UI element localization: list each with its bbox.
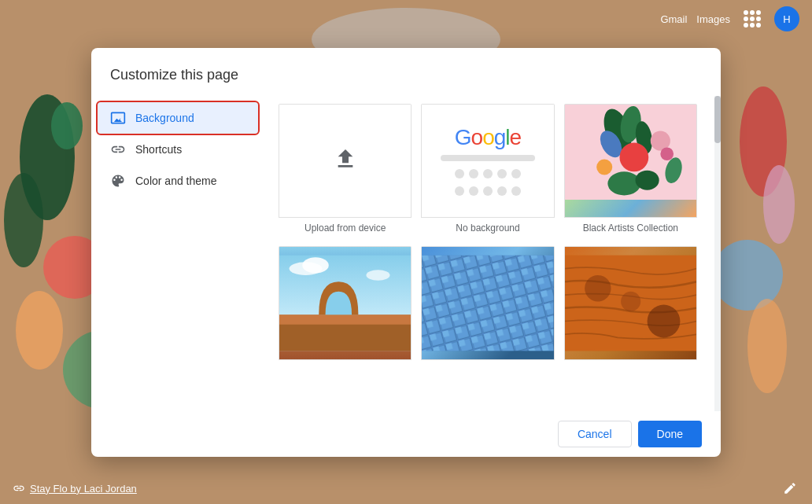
svg-rect-35	[422, 255, 553, 350]
glass-thumbnail[interactable]	[419, 245, 555, 370]
svg-point-17	[619, 142, 648, 171]
link-icon	[110, 142, 126, 157]
artists-thumbnail[interactable]: Black Artists Collection	[563, 102, 699, 238]
svg-point-27	[302, 257, 328, 273]
modal-overlay: Customize this page Background	[0, 0, 812, 504]
no-bg-label: No background	[421, 218, 554, 237]
palette-icon	[110, 173, 126, 189]
orange-thumbnail[interactable]	[563, 245, 699, 370]
svg-rect-41	[565, 255, 696, 350]
arch-label	[279, 360, 412, 368]
background-label: Background	[135, 112, 194, 124]
thumbnails-grid: Upload from device Google	[277, 102, 708, 370]
orange-label	[564, 360, 697, 368]
arch-thumbnail[interactable]	[277, 245, 413, 370]
svg-point-21	[635, 170, 659, 189]
modal-footer: Cancel Done	[91, 411, 721, 457]
color-theme-label: Color and theme	[135, 175, 217, 187]
cancel-button[interactable]: Cancel	[558, 421, 632, 447]
svg-point-28	[366, 270, 389, 280]
done-button[interactable]: Done	[638, 421, 702, 447]
upload-thumbnail[interactable]: Upload from device	[277, 102, 413, 238]
no-bg-preview: Google	[421, 104, 554, 218]
sidebar-item-color-theme[interactable]: Color and theme	[98, 165, 258, 197]
scrollbar-thumb[interactable]	[714, 96, 721, 143]
modal-title: Customize this page	[91, 48, 721, 96]
svg-point-20	[607, 171, 640, 195]
glass-preview	[421, 246, 554, 360]
dots-row-1	[455, 169, 521, 178]
sidebar-item-background[interactable]: Background	[98, 102, 258, 134]
search-bar-mock	[441, 155, 535, 161]
google-logo: Google	[455, 125, 521, 150]
shortcuts-label: Shortcuts	[135, 143, 182, 156]
svg-point-22	[596, 159, 612, 175]
dots-row-2	[455, 186, 521, 196]
scrollbar-track[interactable]	[714, 96, 721, 411]
svg-point-19	[660, 147, 674, 160]
content-area: Upload from device Google	[264, 96, 721, 411]
artists-preview	[564, 104, 697, 218]
glass-label	[421, 360, 554, 368]
orange-preview	[564, 246, 697, 360]
svg-rect-30	[279, 324, 411, 350]
upload-label: Upload from device	[279, 218, 412, 237]
upload-preview	[279, 104, 412, 218]
sidebar-item-shortcuts[interactable]: Shortcuts	[98, 134, 258, 165]
upload-icon	[333, 146, 358, 175]
no-bg-thumbnail[interactable]: Google No backgro	[419, 102, 555, 238]
modal-body: Background Shortcuts	[91, 96, 721, 411]
image-icon	[110, 110, 126, 126]
artists-label: Black Artists Collection	[564, 218, 697, 237]
sidebar: Background Shortcuts	[91, 96, 264, 411]
customize-modal: Customize this page Background	[91, 48, 721, 457]
arch-preview	[279, 246, 412, 360]
